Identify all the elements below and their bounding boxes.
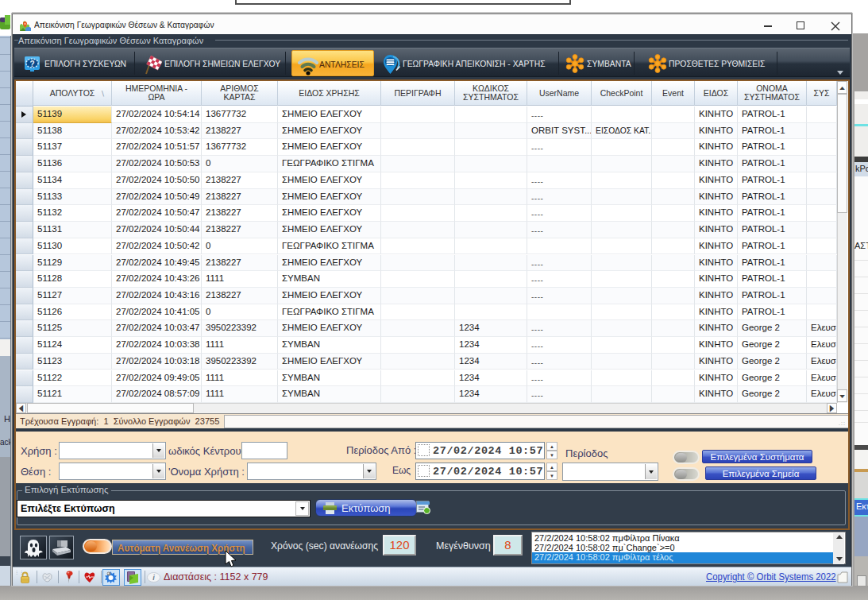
svg-text:?: ? [29,60,34,68]
